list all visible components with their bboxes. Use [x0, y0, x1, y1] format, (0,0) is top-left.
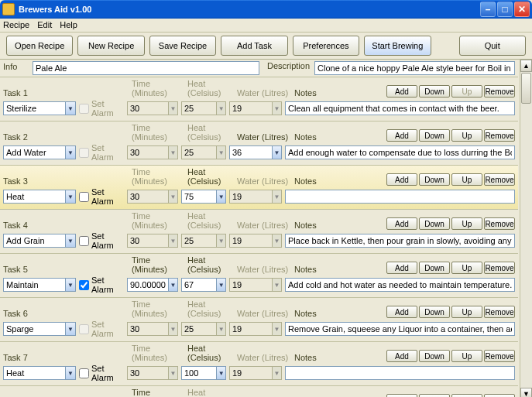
- task-type-combo-input[interactable]: [4, 234, 65, 247]
- task-remove-button[interactable]: Remove: [484, 217, 515, 230]
- set-alarm-checkbox[interactable]: [79, 236, 89, 246]
- task-add-button[interactable]: Add: [386, 306, 417, 318]
- task-up-button[interactable]: Up: [451, 262, 482, 274]
- task-type-combo-input[interactable]: [4, 102, 65, 115]
- add-task-button[interactable]: Add Task: [221, 36, 287, 56]
- time-combo-input[interactable]: [128, 279, 168, 291]
- task-type-combo-input[interactable]: [4, 323, 65, 335]
- chevron-down-icon[interactable]: ▼: [65, 190, 75, 203]
- task-up-button[interactable]: Up: [451, 394, 482, 397]
- task-up-button[interactable]: Up: [451, 173, 482, 186]
- vertical-scrollbar[interactable]: ▲ ▼: [520, 60, 532, 397]
- task-down-button[interactable]: Down: [419, 85, 450, 98]
- menu-help[interactable]: Help: [60, 20, 77, 30]
- water-combo-input[interactable]: [230, 146, 272, 159]
- heat-combo[interactable]: ▼: [181, 366, 226, 380]
- task-up-button[interactable]: Up: [451, 217, 482, 230]
- heat-combo[interactable]: ▼: [181, 278, 226, 292]
- task-type-combo[interactable]: ▼: [3, 190, 76, 204]
- chevron-down-icon: ▼: [272, 279, 281, 291]
- scroll-thumb[interactable]: [521, 73, 531, 104]
- set-alarm-checkbox: [79, 104, 89, 114]
- scroll-up-button[interactable]: ▲: [520, 60, 532, 72]
- notes-input[interactable]: [285, 322, 515, 336]
- water-combo[interactable]: ▼: [229, 145, 282, 159]
- task-add-button[interactable]: Add: [386, 217, 417, 230]
- task-type-combo-input[interactable]: [4, 279, 65, 291]
- open-recipe-button[interactable]: Open Recipe: [6, 36, 73, 56]
- task-add-button[interactable]: Add: [386, 173, 417, 186]
- task-down-button[interactable]: Down: [419, 350, 450, 362]
- task-down-button[interactable]: Down: [419, 306, 450, 318]
- task-up-button[interactable]: Up: [451, 129, 482, 142]
- task-remove-button[interactable]: Remove: [484, 306, 515, 318]
- notes-input[interactable]: [285, 234, 515, 248]
- quit-button[interactable]: Quit: [459, 36, 526, 56]
- task-remove-button[interactable]: Remove: [484, 129, 515, 142]
- scroll-down-button[interactable]: ▼: [520, 388, 532, 397]
- heat-combo[interactable]: ▼: [181, 190, 226, 204]
- task-add-button[interactable]: Add: [386, 85, 417, 98]
- task-type-combo[interactable]: ▼: [3, 322, 76, 336]
- start-brewing-button[interactable]: Start Brewing: [364, 36, 431, 56]
- chevron-down-icon[interactable]: ▼: [65, 146, 75, 159]
- chevron-down-icon[interactable]: ▼: [65, 234, 75, 247]
- task-type-combo[interactable]: ▼: [3, 366, 76, 380]
- menu-edit[interactable]: Edit: [37, 20, 52, 30]
- notes-input[interactable]: [285, 366, 515, 380]
- task-down-button[interactable]: Down: [419, 173, 450, 186]
- set-alarm-checkbox[interactable]: [79, 192, 89, 202]
- minimize-button[interactable]: –: [480, 2, 496, 17]
- task-down-button[interactable]: Down: [419, 217, 450, 230]
- chevron-down-icon[interactable]: ▼: [216, 190, 225, 203]
- task-remove-button[interactable]: Remove: [484, 350, 515, 362]
- chevron-down-icon[interactable]: ▼: [65, 367, 75, 379]
- chevron-down-icon[interactable]: ▼: [65, 102, 75, 115]
- heat-combo-input[interactable]: [182, 367, 216, 379]
- preferences-button[interactable]: Preferences: [293, 36, 359, 56]
- recipe-name-input[interactable]: [33, 61, 259, 75]
- heat-combo-input[interactable]: [182, 190, 216, 203]
- task-type-combo-input[interactable]: [4, 190, 65, 203]
- set-alarm-checkbox[interactable]: [79, 368, 89, 378]
- chevron-down-icon[interactable]: ▼: [65, 279, 75, 291]
- task-type-combo-input[interactable]: [4, 146, 65, 159]
- task-type-combo-input[interactable]: [4, 367, 65, 379]
- time-combo[interactable]: ▼: [127, 278, 178, 292]
- task-add-button[interactable]: Add: [386, 262, 417, 274]
- set-alarm-checkbox[interactable]: [79, 280, 89, 290]
- task-type-combo[interactable]: ▼: [3, 278, 76, 292]
- new-recipe-button[interactable]: New Recipe: [77, 36, 144, 56]
- close-button[interactable]: ✕: [514, 2, 530, 17]
- heat-combo-input[interactable]: [182, 279, 216, 291]
- chevron-down-icon[interactable]: ▼: [216, 279, 225, 291]
- menu-recipe[interactable]: Recipe: [3, 20, 29, 30]
- task-remove-button[interactable]: Remove: [484, 85, 515, 98]
- save-recipe-button[interactable]: Save Recipe: [149, 36, 216, 56]
- chevron-down-icon[interactable]: ▼: [272, 146, 281, 159]
- chevron-down-icon[interactable]: ▼: [168, 279, 177, 291]
- task-type-combo[interactable]: ▼: [3, 101, 76, 115]
- notes-input[interactable]: [285, 101, 515, 115]
- chevron-down-icon[interactable]: ▼: [216, 367, 225, 379]
- task-up-button[interactable]: Up: [451, 350, 482, 362]
- recipe-description-input[interactable]: [314, 61, 515, 75]
- task-type-combo[interactable]: ▼: [3, 145, 76, 159]
- task-remove-button[interactable]: Remove: [484, 262, 515, 274]
- task-remove-button[interactable]: Remove: [484, 394, 515, 397]
- notes-input[interactable]: [285, 145, 515, 159]
- task-type-combo[interactable]: ▼: [3, 234, 76, 248]
- maximize-button[interactable]: □: [497, 2, 513, 17]
- task-up-button[interactable]: Up: [451, 306, 482, 318]
- task-add-button[interactable]: Add: [386, 394, 417, 397]
- notes-input[interactable]: [285, 278, 515, 292]
- task-remove-button[interactable]: Remove: [484, 173, 515, 186]
- task-down-button[interactable]: Down: [419, 394, 450, 397]
- task-down-button[interactable]: Down: [419, 262, 450, 274]
- task-down-button[interactable]: Down: [419, 129, 450, 142]
- chevron-down-icon[interactable]: ▼: [65, 323, 75, 335]
- notes-input[interactable]: [285, 190, 515, 204]
- task-add-button[interactable]: Add: [386, 129, 417, 142]
- task-add-button[interactable]: Add: [386, 350, 417, 362]
- scroll-track[interactable]: [520, 104, 532, 388]
